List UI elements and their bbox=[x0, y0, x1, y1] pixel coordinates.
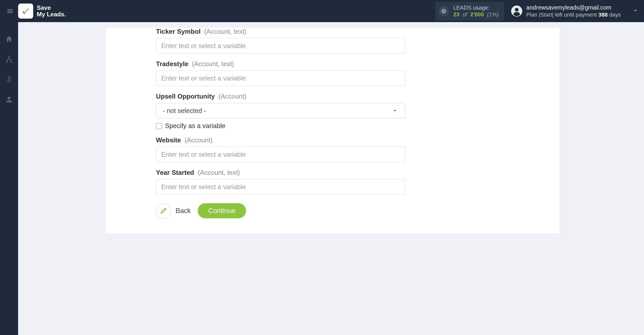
logo-mark bbox=[18, 4, 33, 19]
sidebar-item-account[interactable] bbox=[4, 95, 14, 105]
menu-toggle-button[interactable] bbox=[5, 6, 15, 16]
dollar-icon bbox=[5, 75, 13, 84]
upsell-select[interactable]: - not selected - bbox=[156, 103, 405, 118]
continue-button[interactable]: Continue bbox=[198, 203, 246, 218]
back-button[interactable]: Back bbox=[156, 203, 191, 218]
usage-text: LEADS usage: 23 of 2'000 (1%) bbox=[453, 4, 499, 18]
field-label: Ticker Symbol (Account, text) bbox=[156, 28, 405, 35]
svg-point-3 bbox=[8, 97, 10, 100]
sidebar-item-billing[interactable] bbox=[4, 74, 14, 85]
website-input[interactable] bbox=[156, 147, 405, 162]
hamburger-icon bbox=[7, 8, 14, 15]
home-icon bbox=[5, 35, 13, 44]
ticker-symbol-input[interactable] bbox=[156, 38, 405, 54]
form-card: Ticker Symbol (Account, text) Tradestyle… bbox=[106, 28, 559, 233]
year-started-input[interactable] bbox=[156, 179, 405, 195]
back-icon-circle bbox=[156, 203, 171, 218]
field-upsell-opportunity: Upsell Opportunity (Account) - not selec… bbox=[156, 93, 405, 130]
specify-variable-row: Specify as a variable bbox=[156, 122, 405, 130]
sidebar-nav bbox=[0, 22, 18, 335]
select-value: - not selected - bbox=[163, 107, 206, 115]
field-tradestyle: Tradestyle (Account, text) bbox=[156, 60, 405, 86]
pencil-icon bbox=[160, 207, 167, 215]
specify-variable-checkbox[interactable] bbox=[156, 123, 162, 129]
svg-point-2 bbox=[515, 8, 519, 12]
app-logo[interactable]: Save My Leads. bbox=[18, 4, 66, 19]
field-label: Year Started (Account, text) bbox=[156, 169, 405, 177]
field-label: Website (Account) bbox=[156, 136, 405, 144]
sidebar-item-home[interactable] bbox=[4, 34, 14, 44]
main-content: Ticker Symbol (Account, text) Tradestyle… bbox=[18, 22, 644, 335]
field-ticker-symbol: Ticker Symbol (Account, text) bbox=[156, 28, 405, 54]
chevron-down-icon bbox=[392, 107, 398, 114]
user-icon bbox=[5, 95, 13, 104]
field-label: Upsell Opportunity (Account) bbox=[156, 93, 405, 100]
field-label: Tradestyle (Account, text) bbox=[156, 60, 405, 68]
tradestyle-input[interactable] bbox=[156, 70, 405, 86]
info-icon bbox=[439, 6, 449, 16]
back-label: Back bbox=[176, 207, 191, 215]
field-year-started: Year Started (Account, text) bbox=[156, 169, 405, 195]
form-buttons: Back Continue bbox=[156, 203, 405, 218]
sidebar-item-connections[interactable] bbox=[4, 54, 14, 64]
usage-title: LEADS usage: bbox=[453, 4, 499, 11]
account-dropdown-toggle[interactable] bbox=[632, 7, 639, 15]
top-header: Save My Leads. LEADS usage: 23 of 2'000 … bbox=[0, 0, 644, 22]
account-menu[interactable]: andrewsavemyleads@gmail.com Plan |Start|… bbox=[511, 4, 639, 18]
avatar-icon bbox=[511, 6, 522, 17]
account-text: andrewsavemyleads@gmail.com Plan |Start|… bbox=[526, 4, 621, 18]
account-email: andrewsavemyleads@gmail.com bbox=[526, 4, 621, 11]
account-plan: Plan |Start| left until payment 388 days bbox=[526, 11, 621, 18]
usage-values: 23 of 2'000 (1%) bbox=[453, 11, 499, 18]
specify-variable-label[interactable]: Specify as a variable bbox=[165, 122, 225, 130]
check-icon bbox=[21, 6, 30, 16]
logo-text: Save My Leads. bbox=[37, 5, 66, 18]
leads-usage-box[interactable]: LEADS usage: 23 of 2'000 (1%) bbox=[435, 2, 504, 21]
sitemap-icon bbox=[5, 55, 13, 64]
field-website: Website (Account) bbox=[156, 136, 405, 162]
chevron-down-icon bbox=[632, 7, 639, 14]
